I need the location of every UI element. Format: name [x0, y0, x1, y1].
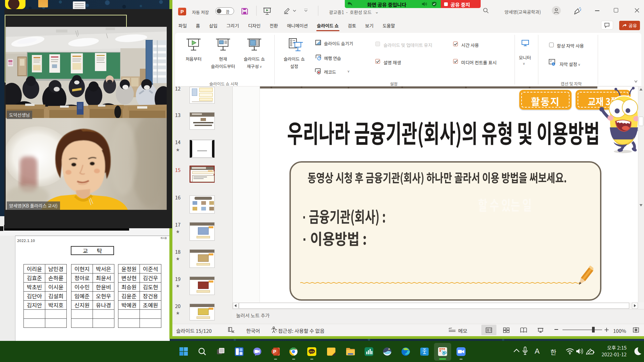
- svg-text:P: P: [273, 349, 276, 354]
- svg-text:TALK: TALK: [309, 351, 314, 353]
